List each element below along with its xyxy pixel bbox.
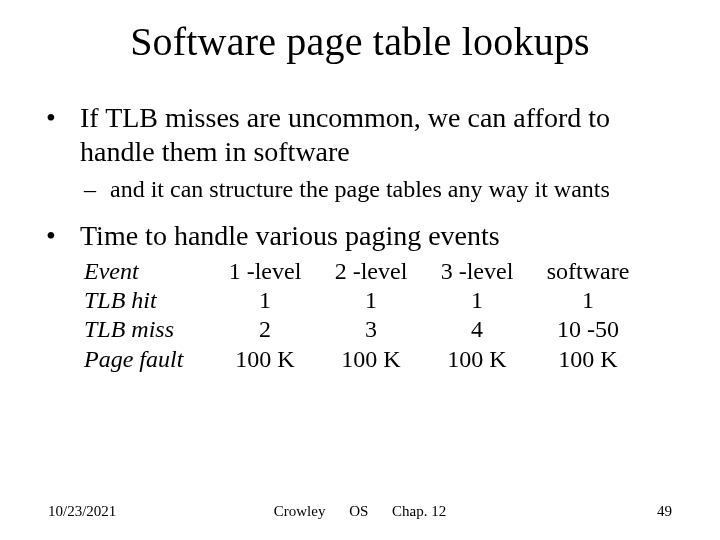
- cell: 1: [212, 286, 318, 315]
- slide-footer: 10/23/2021 Crowley OS Chap. 12 49: [0, 503, 720, 520]
- slide: Software page table lookups • If TLB mis…: [0, 0, 720, 540]
- col-software-header: software: [530, 257, 646, 286]
- col-event-header: Event: [84, 257, 212, 286]
- cell: 1: [318, 286, 424, 315]
- footer-chapter: Chap. 12: [392, 503, 446, 519]
- slide-body: • If TLB misses are uncommon, we can aff…: [0, 65, 720, 374]
- sub-bullet-text: and it can structure the page tables any…: [110, 175, 680, 204]
- row-label: TLB hit: [84, 286, 212, 315]
- cell: 10 -50: [530, 315, 646, 344]
- col-1level-header: 1 -level: [212, 257, 318, 286]
- cell: 100 K: [212, 345, 318, 374]
- cell: 3: [318, 315, 424, 344]
- table-row: Page fault 100 K 100 K 100 K 100 K: [84, 345, 680, 374]
- bullet-dot-icon: •: [40, 101, 80, 169]
- bullet-item: • If TLB misses are uncommon, we can aff…: [40, 101, 680, 169]
- bullet-dot-icon: •: [40, 219, 80, 253]
- cell: 100 K: [530, 345, 646, 374]
- timing-table: Event 1 -level 2 -level 3 -level softwar…: [84, 257, 680, 374]
- cell: 4: [424, 315, 530, 344]
- table-row: TLB hit 1 1 1 1: [84, 286, 680, 315]
- footer-date: 10/23/2021: [48, 503, 116, 520]
- footer-course: OS: [349, 503, 368, 519]
- bullet-text: If TLB misses are uncommon, we can affor…: [80, 101, 680, 169]
- footer-page-number: 49: [657, 503, 672, 520]
- row-label: TLB miss: [84, 315, 212, 344]
- bullet-item: • Time to handle various paging events: [40, 219, 680, 253]
- dash-icon: –: [84, 175, 110, 204]
- bullet-text: Time to handle various paging events: [80, 219, 680, 253]
- table-row: TLB miss 2 3 4 10 -50: [84, 315, 680, 344]
- col-2level-header: 2 -level: [318, 257, 424, 286]
- cell: 100 K: [318, 345, 424, 374]
- col-3level-header: 3 -level: [424, 257, 530, 286]
- cell: 2: [212, 315, 318, 344]
- cell: 1: [530, 286, 646, 315]
- row-label: Page fault: [84, 345, 212, 374]
- sub-bullet-item: – and it can structure the page tables a…: [84, 175, 680, 204]
- footer-author: Crowley: [274, 503, 326, 519]
- table-header-row: Event 1 -level 2 -level 3 -level softwar…: [84, 257, 680, 286]
- cell: 100 K: [424, 345, 530, 374]
- slide-title: Software page table lookups: [0, 0, 720, 65]
- cell: 1: [424, 286, 530, 315]
